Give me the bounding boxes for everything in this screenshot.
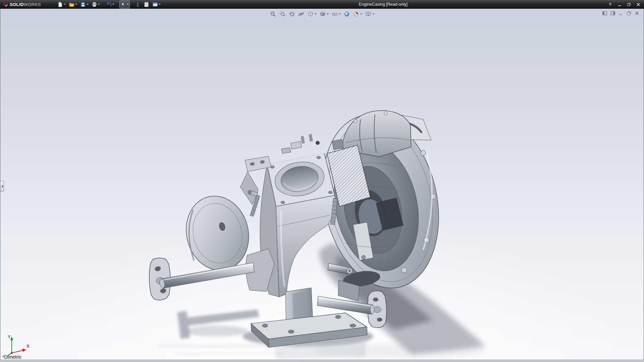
task-pane-icon xyxy=(610,11,615,15)
task-pane-button[interactable] xyxy=(610,11,615,15)
triad-x-label: X xyxy=(26,344,30,349)
section-view-button[interactable] xyxy=(298,10,305,18)
file-properties-icon xyxy=(144,2,149,7)
open-button[interactable] xyxy=(68,1,78,8)
window-controls: ? xyxy=(607,0,641,9)
display-style-icon xyxy=(319,11,326,17)
close-icon xyxy=(636,3,640,6)
graphics-area[interactable]: Y X *Dimetric xyxy=(0,9,644,360)
minimize-icon xyxy=(618,3,622,6)
zoom-to-area-button[interactable] xyxy=(279,10,286,18)
restore-button[interactable] xyxy=(626,2,632,7)
brand-bold: SOLID xyxy=(10,2,24,7)
apply-scene-button[interactable] xyxy=(353,10,363,18)
minimize-icon xyxy=(619,11,623,15)
triad-y-label: Y xyxy=(8,334,11,339)
carburetor-studs[interactable] xyxy=(281,134,320,154)
minimize-document-button[interactable] xyxy=(618,11,624,15)
featuremanager-pane-icon xyxy=(602,11,607,15)
new-document-icon xyxy=(57,2,63,7)
help-button[interactable]: ? xyxy=(607,2,613,7)
chevron-down-icon[interactable] xyxy=(127,4,129,5)
orientation-triad: Y X xyxy=(4,334,31,357)
view-settings-button[interactable] xyxy=(365,10,375,18)
restore-icon xyxy=(627,3,631,6)
featuremanager-flyout-tab[interactable] xyxy=(0,181,4,192)
edit-appearance-icon xyxy=(343,11,350,17)
select-tool-button[interactable] xyxy=(119,1,130,8)
display-style-button[interactable] xyxy=(319,10,329,18)
status-strip xyxy=(0,360,644,362)
hide-show-items-button[interactable] xyxy=(331,10,341,18)
save-button[interactable] xyxy=(79,1,90,8)
document-title: EngineCasing [Read-only] xyxy=(359,0,408,9)
file-properties-button[interactable] xyxy=(143,1,150,8)
select-cursor-icon xyxy=(120,2,126,7)
undo-icon xyxy=(106,2,112,7)
chevron-down-icon[interactable] xyxy=(372,13,374,15)
standard-toolbar xyxy=(56,0,162,9)
document-window-controls xyxy=(602,11,640,15)
chevron-down-icon[interactable] xyxy=(87,4,89,5)
section-view-icon xyxy=(298,11,305,17)
view-settings-icon xyxy=(365,11,372,17)
options-icon xyxy=(152,2,158,7)
chevron-left-icon xyxy=(1,185,3,188)
previous-view-icon xyxy=(288,11,295,17)
zoom-to-fit-button[interactable] xyxy=(269,10,277,18)
previous-view-button[interactable] xyxy=(288,10,296,18)
brand-light: WORKS xyxy=(24,2,41,7)
apply-scene-icon xyxy=(353,11,360,17)
restore-icon xyxy=(627,11,631,15)
open-icon xyxy=(69,2,74,7)
engine-casing-model[interactable] xyxy=(0,9,644,360)
zoom-to-area-icon xyxy=(279,11,286,17)
solidworks-window: SOLIDWORKS xyxy=(0,0,644,362)
minimize-button[interactable] xyxy=(616,2,623,7)
chevron-down-icon[interactable] xyxy=(98,4,100,5)
options-button[interactable] xyxy=(151,1,162,8)
view-orientation-label: *Dimetric xyxy=(2,354,21,360)
left-shaft-assembly[interactable] xyxy=(149,258,254,300)
undo-button[interactable] xyxy=(105,1,115,8)
edit-appearance-button[interactable] xyxy=(343,10,351,18)
view-orientation-icon xyxy=(307,11,314,17)
chevron-down-icon[interactable] xyxy=(75,4,77,5)
featuremanager-pane-button[interactable] xyxy=(602,11,607,15)
chevron-down-icon[interactable] xyxy=(159,4,161,5)
view-orientation-button[interactable] xyxy=(307,10,317,18)
restore-document-button[interactable] xyxy=(626,11,632,15)
new-button[interactable] xyxy=(56,1,67,8)
heads-up-view-toolbar xyxy=(269,10,375,18)
rebuild-traffic-light-icon xyxy=(135,2,141,7)
chevron-down-icon[interactable] xyxy=(327,13,329,15)
hide-show-items-icon xyxy=(331,11,338,17)
zoom-to-fit-icon xyxy=(270,11,276,17)
titlebar: SOLIDWORKS xyxy=(0,0,644,9)
close-document-button[interactable] xyxy=(634,11,640,15)
close-icon xyxy=(635,11,639,15)
rebuild-button[interactable] xyxy=(134,1,142,8)
print-icon xyxy=(92,2,97,7)
chevron-down-icon[interactable] xyxy=(339,13,341,15)
print-button[interactable] xyxy=(91,1,101,8)
chevron-down-icon[interactable] xyxy=(112,4,114,5)
side-disc[interactable] xyxy=(178,189,256,277)
chevron-down-icon[interactable] xyxy=(64,4,66,5)
solidworks-brand: SOLIDWORKS xyxy=(3,0,41,9)
brand-text: SOLIDWORKS xyxy=(10,2,41,7)
close-button[interactable] xyxy=(635,2,641,7)
save-icon xyxy=(80,2,86,7)
chevron-down-icon[interactable] xyxy=(360,13,362,15)
ds-logo-icon xyxy=(3,2,8,7)
chevron-down-icon[interactable] xyxy=(315,13,317,15)
